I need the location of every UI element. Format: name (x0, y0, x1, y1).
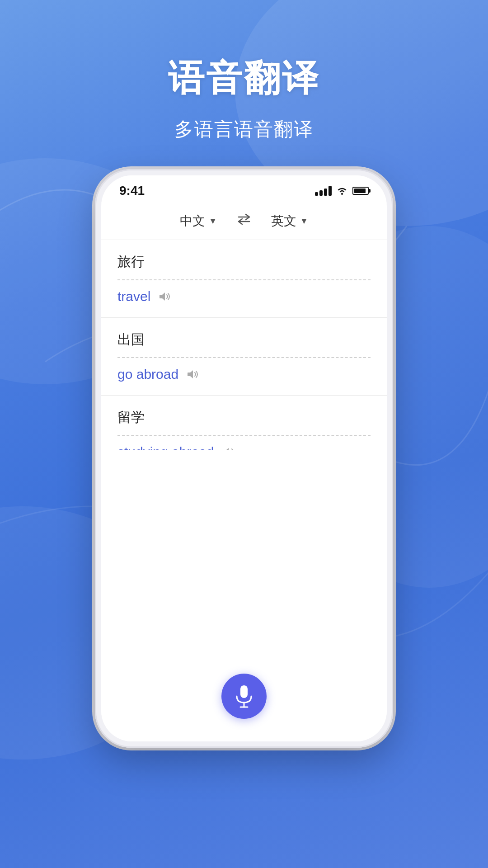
translation-row-1: travel (117, 288, 371, 305)
translated-text-1: travel (117, 289, 150, 304)
app-title: 语音翻译 (0, 54, 488, 103)
source-text-2: 出国 (117, 330, 371, 349)
svg-rect-6 (188, 373, 190, 376)
speaker-btn-1[interactable] (158, 288, 174, 305)
source-lang-arrow: ▼ (209, 217, 217, 226)
swap-lang-btn[interactable] (226, 212, 262, 230)
battery-icon (352, 187, 369, 195)
swap-icon (235, 212, 253, 226)
translation-list: 旅行 travel 出国 (101, 240, 387, 450)
lang-bar: 中文 ▼ 英文 ▼ (101, 203, 387, 240)
app-subtitle: 多语言语音翻译 (0, 117, 488, 142)
empty-area (101, 450, 387, 660)
phone-screen: 9:41 中文 ▼ (101, 175, 387, 741)
phone-mockup: 9:41 中文 ▼ (95, 169, 393, 748)
translated-text-2: go abroad (117, 367, 178, 382)
divider-3 (117, 435, 371, 436)
signal-icon (315, 186, 332, 196)
translation-item: 留学 studying abroad (101, 396, 387, 450)
status-icons (315, 186, 369, 196)
translation-row-2: go abroad (117, 366, 371, 382)
divider-2 (117, 357, 371, 358)
target-lang-label: 英文 (271, 212, 296, 230)
mic-icon (233, 684, 255, 708)
svg-rect-5 (160, 295, 162, 298)
source-lang-label: 中文 (180, 212, 205, 230)
svg-point-4 (341, 193, 343, 195)
status-time: 9:41 (119, 184, 145, 198)
divider-1 (117, 279, 371, 280)
target-lang-btn[interactable]: 英文 ▼ (262, 210, 317, 232)
mic-area (101, 660, 387, 741)
source-lang-btn[interactable]: 中文 ▼ (171, 210, 226, 232)
source-text-1: 旅行 (117, 253, 371, 271)
speaker-btn-2[interactable] (186, 366, 202, 382)
mic-button[interactable] (221, 674, 267, 719)
translation-row-3: studying abroad (117, 444, 371, 450)
wifi-icon (336, 186, 348, 195)
translated-text-3: studying abroad (117, 444, 214, 450)
source-text-3: 留学 (117, 408, 371, 427)
translation-item: 旅行 travel (101, 240, 387, 318)
status-bar: 9:41 (101, 175, 387, 203)
translation-item: 出国 go abroad (101, 318, 387, 396)
speaker-btn-3[interactable] (221, 444, 238, 450)
svg-rect-8 (240, 685, 248, 698)
header-area: 语音翻译 多语言语音翻译 (0, 0, 488, 142)
target-lang-arrow: ▼ (300, 217, 308, 226)
